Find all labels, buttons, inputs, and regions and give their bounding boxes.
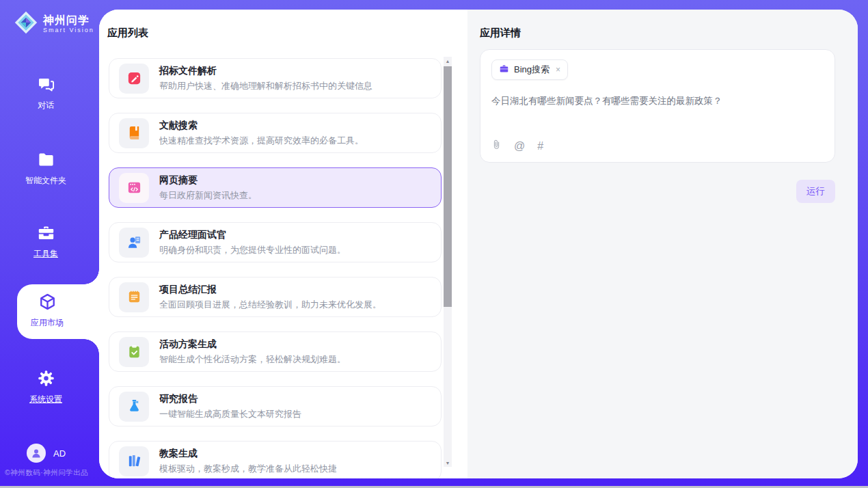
app-name: 活动方案生成 — [159, 338, 346, 351]
app-card-project-summary[interactable]: 项目总结汇报 全面回顾项目进展，总结经验教训，助力未来优化发展。 — [109, 277, 442, 317]
sidebar-item-label: 智能文件夹 — [0, 175, 92, 187]
list-scrollbar[interactable]: ▲ ▼ — [444, 57, 452, 467]
sidebar-item-label: 工具集 — [0, 248, 92, 260]
diamond-logo-icon — [14, 10, 38, 38]
copyright-footer: ©神州数码·神州问学出品 — [5, 468, 88, 478]
chat-icon — [37, 75, 55, 94]
sidebar-item-smart-folder[interactable]: 智能文件夹 — [0, 150, 92, 187]
attachment-toolbar: @ # — [491, 139, 543, 153]
sidebar-item-settings[interactable]: 系统设置 — [0, 369, 92, 405]
app-desc: 智能生成个性化活动方案，轻松解决规划难题。 — [159, 353, 346, 366]
app-list-section: 应用列表 招标文件解析 帮助用户快速、准确地理解和解析招标书中的关键信息 — [99, 10, 467, 478]
app-name: 教案生成 — [159, 448, 337, 460]
tool-tag-label: Bing搜索 — [514, 64, 550, 76]
cube-icon — [38, 301, 57, 313]
sidebar-item-chat[interactable]: 对话 — [0, 75, 92, 111]
app-detail-section: 应用详情 Bing搜索 × 今日湖北有哪些新闻要点？有哪些需要关注的最新政策？ — [467, 10, 858, 478]
app-name: 网页摘要 — [159, 174, 257, 187]
at-mention-icon[interactable]: @ — [514, 141, 525, 152]
app-detail-title: 应用详情 — [480, 27, 835, 40]
paperclip-icon[interactable] — [491, 139, 502, 153]
scroll-down-icon[interactable]: ▼ — [444, 459, 452, 467]
prompt-input-card[interactable]: Bing搜索 × 今日湖北有哪些新闻要点？有哪些需要关注的最新政策？ @ # — [480, 49, 835, 163]
app-card-literature-search[interactable]: 文献搜索 快速精准查找学术资源，提高研究效率的必备工具。 — [109, 113, 442, 153]
app-desc: 快速精准查找学术资源，提高研究效率的必备工具。 — [159, 135, 364, 147]
main-panel: 应用列表 招标文件解析 帮助用户快速、准确地理解和解析招标书中的关键信息 — [99, 10, 858, 478]
user-initials: AD — [53, 448, 66, 459]
toolbox-icon — [37, 223, 55, 243]
folder-icon — [37, 150, 55, 170]
app-card-web-summary[interactable]: 网页摘要 每日政府新闻资讯快查。 — [109, 167, 442, 208]
pen-square-icon — [119, 64, 149, 94]
app-name: 文献搜索 — [159, 120, 364, 132]
app-desc: 帮助用户快速、准确地理解和解析招标书中的关键信息 — [159, 80, 372, 92]
avatar — [27, 444, 46, 463]
app-desc: 每日政府新闻资讯快查。 — [159, 189, 257, 202]
hash-tag-icon[interactable]: # — [537, 141, 543, 152]
app-list-title: 应用列表 — [107, 27, 148, 40]
app-desc: 明确身份和职责，为您提供专业性的面试问题。 — [159, 244, 346, 256]
book-icon — [119, 118, 149, 148]
scrollbar-thumb[interactable] — [444, 66, 452, 307]
app-name: 招标文件解析 — [159, 65, 372, 77]
app-name: 研究报告 — [159, 393, 301, 405]
app-name: 产品经理面试官 — [159, 229, 346, 241]
sidebar-item-label: 应用市场 — [17, 317, 77, 329]
sidebar-item-label: 系统设置 — [0, 394, 92, 405]
brand-subtitle: Smart Vision — [43, 27, 94, 33]
close-icon[interactable]: × — [556, 65, 560, 74]
brand-name: 神州问学 — [43, 14, 94, 27]
scroll-up-icon[interactable]: ▲ — [444, 57, 452, 65]
app-card-bid-parse[interactable]: 招标文件解析 帮助用户快速、准确地理解和解析招标书中的关键信息 — [109, 58, 442, 98]
brand-logo: 神州问学 Smart Vision — [14, 10, 94, 38]
app-desc: 一键智能生成高质量长文本研究报告 — [159, 408, 301, 420]
person-doc-icon — [119, 228, 149, 258]
clipboard-check-icon — [119, 337, 149, 367]
sidebar-item-app-market[interactable]: 应用市场 — [17, 284, 99, 339]
tool-tag-bing-search[interactable]: Bing搜索 × — [491, 59, 568, 80]
sidebar-item-label: 对话 — [0, 100, 92, 111]
app-name: 项目总结汇报 — [159, 284, 381, 296]
sidebar: 神州问学 Smart Vision 对话 智能文件夹 工具集 — [0, 0, 99, 488]
run-row: 运行 — [480, 180, 835, 203]
app-list: 招标文件解析 帮助用户快速、准确地理解和解析招标书中的关键信息 文献搜索 快速精… — [109, 58, 442, 478]
app-desc: 模板驱动，教案秒成，教学准备从此轻松快捷 — [159, 463, 337, 475]
browser-code-icon — [119, 173, 149, 203]
user-account[interactable]: AD — [27, 444, 66, 463]
app-card-lesson-plan[interactable]: 教案生成 模板驱动，教案秒成，教学准备从此轻松快捷 — [109, 441, 442, 478]
briefcase-icon — [499, 64, 509, 77]
run-button[interactable]: 运行 — [796, 180, 835, 203]
app-card-pm-interviewer[interactable]: 产品经理面试官 明确身份和职责，为您提供专业性的面试问题。 — [109, 222, 442, 262]
app-card-research-report[interactable]: 研究报告 一键智能生成高质量长文本研究报告 — [109, 386, 442, 426]
sidebar-item-toolset[interactable]: 工具集 — [0, 223, 92, 260]
flask-icon — [119, 392, 149, 422]
note-icon — [119, 282, 149, 312]
app-desc: 全面回顾项目进展，总结经验教训，助力未来优化发展。 — [159, 299, 381, 311]
query-input[interactable]: 今日湖北有哪些新闻要点？有哪些需要关注的最新政策？ — [491, 94, 824, 107]
app-card-activity-plan[interactable]: 活动方案生成 智能生成个性化活动方案，轻松解决规划难题。 — [109, 331, 442, 372]
books-icon — [119, 446, 149, 476]
gear-icon — [37, 369, 55, 388]
